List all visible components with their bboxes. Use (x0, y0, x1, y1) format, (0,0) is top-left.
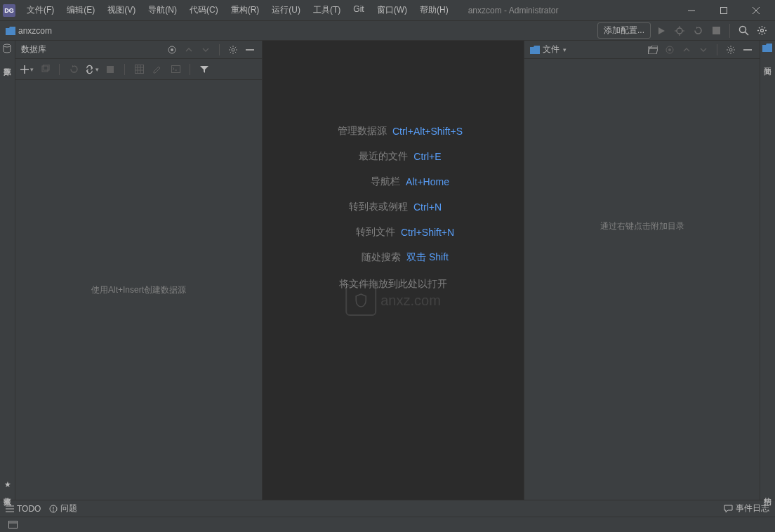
menu-window[interactable]: 窗口(W) (371, 1, 413, 19)
svg-point-31 (729, 48, 732, 51)
close-button[interactable] (740, 0, 772, 21)
files-panel-title[interactable]: 文件 ▾ (543, 44, 647, 55)
editor-drop-hint: 将文件拖放到此处以打开 (339, 278, 447, 291)
sync-icon[interactable]: ▾ (85, 62, 99, 77)
right-tab-news[interactable]: 要闻 (761, 58, 774, 66)
shortcut-goto-file[interactable]: 转到文件 Ctrl+Shift+N (332, 226, 454, 239)
collapse-icon[interactable] (697, 44, 710, 56)
open-folder-icon[interactable] (647, 44, 659, 56)
right-tab-structure[interactable]: 结构 (761, 487, 774, 496)
console-icon[interactable] (168, 62, 183, 77)
svg-line-11 (745, 32, 748, 36)
shortcut-search-everywhere[interactable]: 随处搜索 双击 Shift (338, 251, 449, 264)
todo-tab[interactable]: TODO (6, 504, 41, 514)
expand-icon[interactable] (183, 44, 195, 56)
menu-code[interactable]: 代码(C) (184, 1, 224, 19)
hide-panel-icon[interactable] (244, 44, 256, 56)
shortcut-goto-class[interactable]: 转到表或例程 Ctrl+N (345, 201, 442, 213)
warning-icon (49, 505, 58, 513)
main-toolbar: anxzcom 添加配置... (0, 21, 775, 41)
filter-icon[interactable] (197, 62, 211, 77)
menu-view[interactable]: 视图(V) (102, 1, 141, 19)
menu-help[interactable]: 帮助(H) (414, 1, 454, 19)
hide-panel-icon[interactable] (741, 44, 754, 56)
files-panel: 文件 ▾ (524, 41, 760, 500)
settings-icon[interactable] (754, 23, 769, 39)
svg-rect-21 (44, 65, 49, 70)
svg-rect-23 (135, 65, 143, 74)
edit-icon[interactable] (150, 62, 164, 77)
collapse-icon[interactable] (199, 44, 212, 56)
target-icon[interactable] (166, 44, 178, 56)
database-empty-hint: 使用Alt+Insert创建数据源 (91, 284, 186, 296)
files-panel-header: 文件 ▾ (524, 41, 760, 59)
folder-icon (530, 46, 540, 54)
svg-point-15 (171, 48, 173, 51)
svg-rect-1 (721, 7, 727, 13)
svg-point-12 (760, 29, 763, 32)
search-icon[interactable] (736, 23, 751, 39)
add-icon[interactable]: ▾ (20, 62, 34, 77)
files-gutter-icon (762, 44, 774, 55)
stop-db-icon[interactable] (103, 62, 117, 77)
files-panel-body: 通过右键点击附加目录 (524, 59, 760, 500)
stop-icon[interactable] (708, 23, 724, 39)
svg-rect-39 (8, 521, 17, 528)
project-breadcrumb[interactable]: anxzcom (6, 26, 52, 36)
bottom-toolbar: TODO 问题 事件日志 (0, 500, 775, 517)
window-controls (675, 0, 772, 21)
files-empty-hint: 通过右键点击附加目录 (524, 220, 760, 232)
shortcut-datasource[interactable]: 管理数据源 Ctrl+Alt+Shift+S (324, 125, 463, 138)
menu-edit[interactable]: 编辑(E) (61, 1, 100, 19)
left-tab-favorites[interactable]: ★ 收藏夹 (1, 476, 14, 496)
run-icon[interactable] (654, 23, 669, 39)
menu-navigate[interactable]: 导航(N) (143, 1, 183, 19)
menu-bar: 文件(F) 编辑(E) 视图(V) 导航(N) 代码(C) 重构(R) 运行(U… (21, 1, 454, 19)
svg-rect-28 (171, 66, 180, 73)
svg-point-13 (4, 44, 11, 47)
main-area: 数据库 ★ 收藏夹 数据库 (0, 41, 775, 500)
rerun-icon[interactable] (690, 23, 706, 39)
status-bar (0, 517, 775, 532)
svg-point-4 (677, 28, 682, 34)
expand-icon[interactable] (680, 44, 693, 56)
refresh-icon[interactable] (67, 62, 81, 77)
shortcut-recent-files[interactable]: 最近的文件 Ctrl+E (345, 150, 441, 163)
menu-file[interactable]: 文件(F) (21, 1, 60, 19)
add-configuration-button[interactable]: 添加配置... (597, 22, 651, 39)
database-panel-title: 数据库 (21, 44, 166, 55)
svg-point-16 (232, 48, 234, 51)
table-icon[interactable] (132, 62, 146, 77)
event-log-tab[interactable]: 事件日志 (724, 503, 769, 514)
gear-icon[interactable] (227, 44, 239, 56)
gear-icon[interactable] (724, 44, 737, 56)
database-panel-body: 使用Alt+Insert创建数据源 (15, 80, 262, 500)
right-gutter: 要闻 结构 (760, 41, 775, 500)
status-window-icon[interactable] (6, 518, 20, 532)
left-tab-database[interactable]: 数据库 (1, 58, 14, 66)
copy-icon[interactable] (38, 62, 52, 77)
left-gutter: 数据库 ★ 收藏夹 (0, 41, 15, 500)
svg-rect-22 (107, 66, 114, 73)
minimize-button[interactable] (675, 0, 708, 21)
shortcut-navbar[interactable]: 导航栏 Alt+Home (337, 175, 449, 188)
target-icon[interactable] (663, 44, 676, 56)
svg-rect-9 (713, 27, 720, 34)
problems-tab[interactable]: 问题 (49, 503, 77, 514)
chat-icon (724, 505, 733, 513)
watermark-text: anxz.com (380, 293, 441, 309)
list-icon (6, 505, 14, 512)
editor-area: 管理数据源 Ctrl+Alt+Shift+S 最近的文件 Ctrl+E 导航栏 … (263, 41, 524, 500)
menu-tools[interactable]: 工具(T) (307, 1, 346, 19)
menu-git[interactable]: Git (347, 1, 369, 19)
app-icon: DG (3, 4, 15, 17)
svg-point-38 (53, 510, 55, 512)
menu-run[interactable]: 运行(U) (266, 1, 306, 19)
maximize-button[interactable] (708, 0, 740, 21)
svg-rect-20 (42, 66, 48, 72)
database-gutter-icon (2, 44, 13, 55)
project-name: anxzcom (18, 26, 52, 36)
menu-refactor[interactable]: 重构(R) (225, 1, 265, 19)
database-panel-header: 数据库 (15, 41, 262, 59)
debug-icon[interactable] (672, 23, 687, 39)
